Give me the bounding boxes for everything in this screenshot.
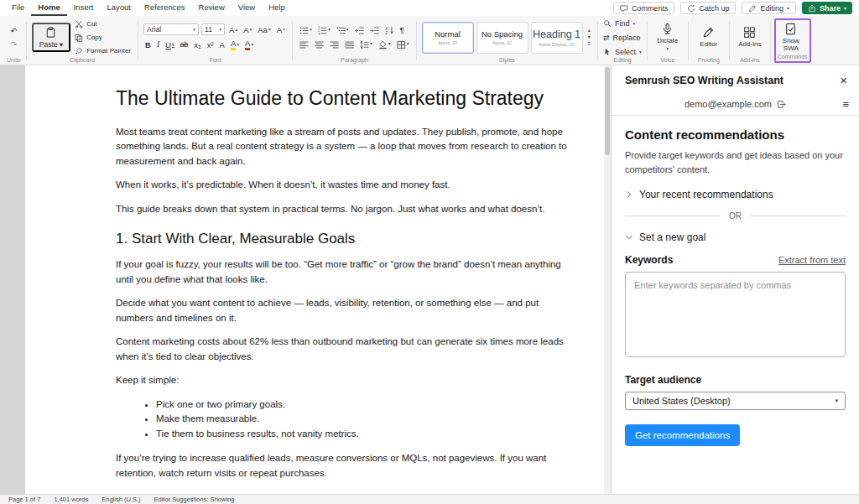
add-ins-button[interactable]: Add-ins — [735, 25, 765, 49]
hamburger-menu-icon[interactable]: ≡ — [842, 99, 849, 110]
styles-gallery-down-button[interactable]: ▾ — [586, 34, 593, 40]
document-page[interactable]: The Ultimate Guide to Content Marketing … — [25, 65, 604, 494]
numbered-list-button[interactable]: ▾ — [316, 25, 332, 36]
menubar-right-controls: Comments Catch up Editing ▾ Share ▾ — [613, 2, 854, 14]
undo-button[interactable]: ↶ — [8, 26, 18, 36]
get-recommendations-button[interactable]: Get recommendations — [625, 424, 740, 446]
style-heading-1[interactable]: Heading 1 Aptos Display, 20 — [531, 22, 583, 54]
target-audience-select[interactable]: United States (Desktop) ▾ — [625, 392, 846, 410]
menu-tab-layout[interactable]: Layout — [100, 0, 138, 16]
line-spacing-icon — [360, 40, 369, 49]
line-spacing-button[interactable]: ▾ — [358, 39, 374, 50]
set-new-goal-toggle[interactable]: Set a new goal — [625, 231, 705, 243]
align-center-button[interactable] — [313, 39, 325, 50]
text-effects-button[interactable]: A — [218, 40, 226, 50]
underline-button[interactable]: U▾ — [164, 40, 176, 50]
editing-mode-button[interactable]: Editing ▾ — [742, 2, 796, 14]
italic-button[interactable]: I — [155, 40, 161, 50]
section-heading: 1. Start With Clear, Measurable Goals — [116, 231, 575, 247]
menu-tab-references[interactable]: References — [138, 0, 192, 16]
borders-button[interactable]: ▾ — [395, 39, 411, 50]
menu-tab-home[interactable]: Home — [31, 0, 66, 16]
superscript-button[interactable]: x² — [206, 40, 216, 50]
word-count-status[interactable]: 1,401 words — [54, 496, 88, 503]
font-size-select[interactable]: 11▾ — [201, 23, 225, 35]
undo-group-label: Undo — [7, 57, 21, 65]
swa-document-check-icon — [784, 23, 797, 35]
menu-tab-help[interactable]: Help — [262, 0, 292, 16]
language-status[interactable]: English (U.S.) — [102, 496, 140, 503]
strikethrough-button[interactable]: ab — [179, 40, 190, 49]
justify-button[interactable] — [343, 39, 356, 50]
microphone-icon — [661, 23, 674, 35]
proofing-group: Editor Proofing — [690, 18, 727, 65]
numbered-list-icon — [318, 26, 327, 35]
shrink-font-button[interactable]: A▾ — [242, 25, 253, 35]
styles-gallery-expand-button[interactable]: ≡ — [586, 41, 593, 47]
style-no-spacing[interactable]: No Spacing Aptos, 12 — [476, 22, 528, 54]
show-swa-button[interactable]: Show SWA — [778, 22, 804, 53]
grow-font-button[interactable]: A▴ — [227, 25, 239, 35]
scissors-icon — [75, 20, 83, 29]
document-scrollbar[interactable] — [604, 65, 611, 494]
replace-icon: ⇄ — [603, 34, 610, 42]
sort-button[interactable] — [383, 25, 396, 36]
paragraph: If you’re trying to increase qualified l… — [116, 451, 575, 481]
highlight-color-button[interactable]: A▾ — [229, 39, 241, 51]
menu-tab-file[interactable]: File — [5, 0, 31, 16]
multilevel-list-button[interactable]: ▾ — [335, 25, 351, 36]
editor-button[interactable]: Editor — [694, 25, 724, 49]
replace-button[interactable]: ⇄ Replace — [603, 32, 642, 43]
extract-from-text-link[interactable]: Extract from text — [778, 255, 846, 265]
dictate-button[interactable]: Dictate ▾ — [653, 22, 683, 53]
search-icon — [603, 19, 612, 28]
recent-recommendations-toggle[interactable]: Your recent recommendations — [625, 189, 773, 200]
select-cursor-icon — [603, 48, 612, 56]
editor-suggestions-status[interactable]: Editor Suggestions: Showing — [154, 496, 235, 503]
paragraph: If your goal is fuzzy, your results will… — [116, 257, 575, 287]
bold-button[interactable]: B — [143, 40, 153, 50]
account-row: demo@example.com ≡ — [612, 93, 859, 116]
style-normal[interactable]: Normal Aptos, 12 — [422, 22, 474, 54]
menu-tab-view[interactable]: View — [232, 0, 262, 16]
increase-indent-icon — [370, 26, 379, 35]
comments-button[interactable]: Comments — [613, 2, 675, 14]
menu-tab-insert[interactable]: Insert — [67, 0, 101, 16]
styles-gallery-up-button[interactable]: ▴ — [586, 28, 593, 34]
copy-button[interactable]: Copy — [73, 33, 133, 43]
align-left-button[interactable] — [298, 39, 310, 50]
paragraph-group: ▾ ▾ ▾ ¶ ▾ ▾ ▾ — [294, 18, 414, 65]
scrollbar-thumb[interactable] — [605, 67, 610, 155]
borders-icon — [397, 40, 406, 49]
clipboard-group-label: Clipboard — [32, 57, 133, 65]
share-button[interactable]: Share ▾ — [802, 2, 852, 14]
clear-formatting-button[interactable]: A× — [275, 25, 288, 35]
show-formatting-button[interactable]: ¶ — [398, 25, 406, 35]
cut-button[interactable]: Cut — [73, 19, 133, 29]
find-button[interactable]: Find ▾ — [603, 18, 642, 29]
format-painter-button[interactable]: Format Painter — [73, 46, 133, 56]
ribbon: ↶ ↷ Undo Paste ▾ Cut Copy — [0, 16, 859, 65]
page-count-status[interactable]: Page 1 of 7 — [8, 496, 40, 503]
redo-button[interactable]: ↷ — [8, 39, 18, 49]
select-button[interactable]: Select ▾ — [603, 46, 642, 57]
shading-button[interactable]: ▾ — [377, 39, 393, 50]
paste-button[interactable]: Paste ▾ — [32, 23, 70, 52]
catch-up-button[interactable]: Catch up — [680, 2, 736, 14]
editing-group-label: Editing — [603, 57, 642, 65]
menu-tab-review[interactable]: Review — [192, 0, 232, 16]
align-right-button[interactable] — [328, 39, 341, 50]
close-icon[interactable]: × — [840, 74, 847, 86]
font-family-select[interactable]: Arial▾ — [143, 23, 199, 35]
keywords-input[interactable] — [625, 272, 846, 357]
subscript-button[interactable]: x₂ — [192, 40, 202, 50]
bullet-list: Pick one or two primary goals. Make them… — [116, 397, 575, 442]
font-color-button[interactable]: A▾ — [243, 39, 255, 51]
decrease-indent-button[interactable] — [353, 25, 366, 36]
voice-group-label: Voice — [653, 57, 683, 65]
decrease-indent-icon — [355, 26, 364, 35]
bullet-list-button[interactable]: ▾ — [298, 25, 314, 36]
sign-out-button[interactable] — [777, 100, 786, 109]
change-case-button[interactable]: Aa▾ — [256, 25, 272, 35]
increase-indent-button[interactable] — [368, 25, 381, 36]
